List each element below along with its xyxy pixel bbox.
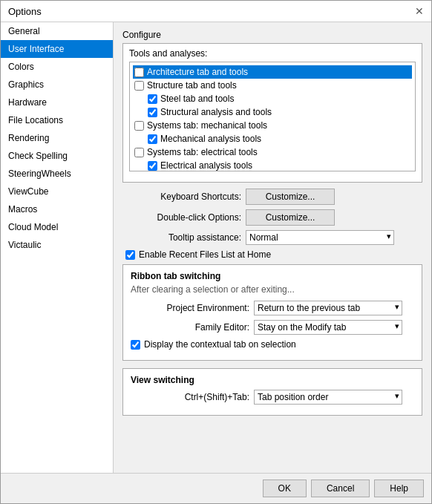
ribbon-section-title: Ribbon tab switching <box>131 271 414 281</box>
sidebar-item-macros[interactable]: Macros <box>1 200 113 218</box>
double-click-label: Double-click Options: <box>122 212 241 223</box>
project-env-select-wrapper: Return to the previous tab Stay on the c… <box>254 301 402 315</box>
tool-item-struct-analysis[interactable]: Structural analysis and tools <box>146 105 412 119</box>
keyboard-shortcuts-label: Keyboard Shortcuts: <box>122 192 241 202</box>
keyboard-shortcuts-button[interactable]: Customize... <box>246 189 335 205</box>
tool-item-elec-tab[interactable]: Systems tab: electrical tools <box>133 145 412 159</box>
tool-label-mech-analysis: Mechanical analysis tools <box>160 134 261 144</box>
options-dialog: Options ✕ GeneralUser InterfaceColorsGra… <box>0 0 432 504</box>
configure-label: Configure <box>122 30 422 40</box>
view-section-title: View switching <box>131 375 414 385</box>
tooltip-label: Tooltip assistance: <box>122 232 241 243</box>
double-click-row: Double-click Options: Customize... <box>122 209 422 226</box>
display-contextual-row: Display the contextual tab on selection <box>131 339 414 350</box>
sidebar-item-rendering[interactable]: Rendering <box>1 129 113 147</box>
enable-recent-label: Enable Recent Files List at Home <box>139 249 271 260</box>
double-click-button[interactable]: Customize... <box>246 209 335 226</box>
sidebar: GeneralUser InterfaceColorsGraphicsHardw… <box>1 22 114 473</box>
help-button[interactable]: Help <box>374 480 424 497</box>
tools-list: Architecture tab and toolsStructure tab … <box>129 62 416 171</box>
display-contextual-checkbox[interactable] <box>131 340 140 350</box>
family-editor-row: Family Editor: Stay on the Modify tab Re… <box>131 320 414 335</box>
view-section: View switching Ctrl+(Shift)+Tab: Tab pos… <box>122 368 422 416</box>
tool-checkbox-mech-analysis[interactable] <box>148 134 157 144</box>
family-editor-label: Family Editor: <box>131 322 249 333</box>
sidebar-item-viewcube[interactable]: ViewCube <box>1 183 113 200</box>
dialog-footer: OK Cancel Help <box>1 473 431 503</box>
keyboard-shortcuts-row: Keyboard Shortcuts: Customize... <box>122 189 422 205</box>
sidebar-item-user-interface[interactable]: User Interface <box>1 40 113 58</box>
cancel-button[interactable]: Cancel <box>311 480 370 497</box>
enable-recent-row: Enable Recent Files List at Home <box>125 249 422 260</box>
tooltip-row: Tooltip assistance: Normal Minimal None <box>122 230 422 245</box>
close-icon[interactable]: ✕ <box>415 5 424 17</box>
ribbon-section: Ribbon tab switching After clearing a se… <box>122 264 422 361</box>
dialog-title: Options <box>8 6 42 17</box>
dialog-body: GeneralUser InterfaceColorsGraphicsHardw… <box>1 22 431 473</box>
tool-item-mech-tab[interactable]: Systems tab: mechanical tools <box>133 119 412 132</box>
tool-checkbox-struct-tab[interactable] <box>134 81 144 91</box>
ribbon-subtitle: After clearing a selection or after exit… <box>131 284 414 295</box>
project-env-label: Project Environment: <box>131 303 249 313</box>
sidebar-item-general[interactable]: General <box>1 22 113 40</box>
tool-checkbox-struct-analysis[interactable] <box>148 108 157 117</box>
tool-label-steel-tab: Steel tab and tools <box>160 94 234 104</box>
tooltip-select-wrapper: Normal Minimal None <box>246 230 394 245</box>
tool-label-struct-analysis: Structural analysis and tools <box>160 107 272 117</box>
tool-label-elec-tab: Systems tab: electrical tools <box>147 147 258 157</box>
ok-button[interactable]: OK <box>263 480 307 497</box>
tools-label: Tools and analyses: <box>129 48 416 59</box>
tool-label-struct-tab: Structure tab and tools <box>147 80 237 91</box>
ctrl-shift-row: Ctrl+(Shift)+Tab: Tab position order Mos… <box>131 390 414 405</box>
ctrl-shift-select[interactable]: Tab position order Most recently used or… <box>254 390 402 405</box>
sidebar-item-file-locations[interactable]: File Locations <box>1 111 113 129</box>
tool-label-elec-analysis: Electrical analysis tools <box>160 160 252 171</box>
enable-recent-checkbox[interactable] <box>125 250 135 260</box>
sidebar-item-steering-wheels[interactable]: SteeringWheels <box>1 165 113 183</box>
ctrl-shift-select-wrapper: Tab position order Most recently used or… <box>254 390 402 405</box>
tool-label-mech-tab: Systems tab: mechanical tools <box>147 120 267 131</box>
tool-checkbox-elec-analysis[interactable] <box>148 161 157 171</box>
sidebar-item-cloud-model[interactable]: Cloud Model <box>1 218 113 236</box>
display-contextual-label: Display the contextual tab on selection <box>144 339 296 350</box>
sidebar-item-victaulic[interactable]: Victaulic <box>1 236 113 254</box>
sidebar-item-graphics[interactable]: Graphics <box>1 76 113 94</box>
tool-item-arch-tab[interactable]: Architecture tab and tools <box>133 65 412 79</box>
tool-item-steel-tab[interactable]: Steel tab and tools <box>146 92 412 105</box>
project-env-select[interactable]: Return to the previous tab Stay on the c… <box>254 301 402 315</box>
tool-item-elec-analysis[interactable]: Electrical analysis tools <box>146 159 412 171</box>
sidebar-item-colors[interactable]: Colors <box>1 58 113 76</box>
project-env-row: Project Environment: Return to the previ… <box>131 301 414 315</box>
tool-item-struct-tab[interactable]: Structure tab and tools <box>133 79 412 92</box>
tool-checkbox-elec-tab[interactable] <box>134 148 144 157</box>
family-editor-select[interactable]: Stay on the Modify tab Return to the pre… <box>254 320 402 335</box>
family-editor-select-wrapper: Stay on the Modify tab Return to the pre… <box>254 320 402 335</box>
sidebar-item-check-spelling[interactable]: Check Spelling <box>1 147 113 165</box>
main-content: Configure Tools and analyses: Architectu… <box>114 22 431 473</box>
tooltip-select[interactable]: Normal Minimal None <box>246 230 394 245</box>
tool-label-arch-tab: Architecture tab and tools <box>147 67 248 77</box>
tool-checkbox-steel-tab[interactable] <box>148 94 157 104</box>
ctrl-shift-label: Ctrl+(Shift)+Tab: <box>131 392 249 402</box>
title-bar: Options ✕ <box>1 1 431 22</box>
sidebar-item-hardware[interactable]: Hardware <box>1 94 113 111</box>
tool-checkbox-arch-tab[interactable] <box>134 68 144 77</box>
tool-item-mech-analysis[interactable]: Mechanical analysis tools <box>146 132 412 145</box>
tool-checkbox-mech-tab[interactable] <box>134 121 144 131</box>
